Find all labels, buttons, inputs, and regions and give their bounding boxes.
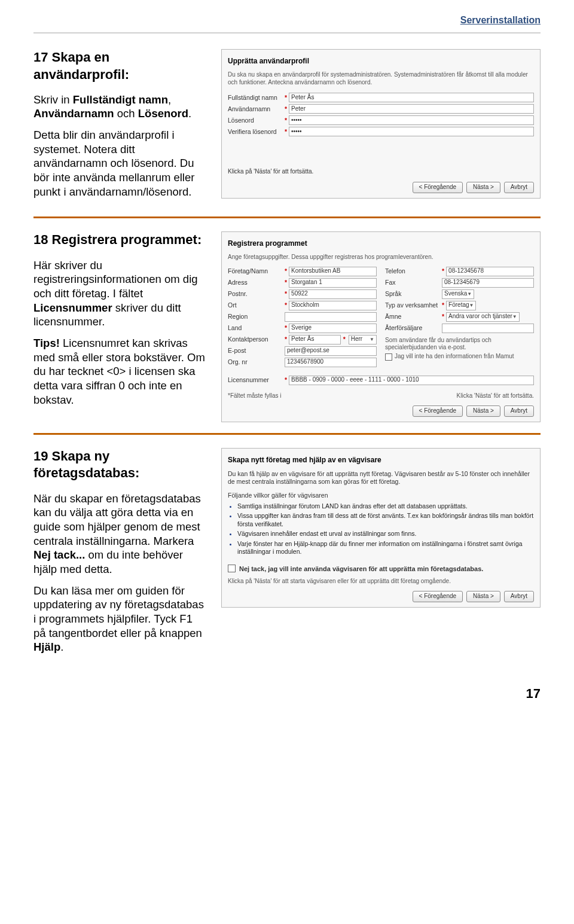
screenshot-17: Upprätta användarprofil Du ska nu skapa … (221, 49, 541, 199)
section-divider (33, 433, 541, 435)
orgnr-field[interactable]: 12345678900 (285, 358, 377, 367)
lbl: E-post (228, 347, 285, 355)
chevron-down-icon: ▼ (467, 291, 472, 297)
page-number: 17 (33, 685, 541, 702)
next-button[interactable]: Nästa > (466, 591, 500, 602)
no-thanks-checkbox[interactable] (228, 565, 236, 572)
prev-button[interactable]: < Föregående (413, 182, 463, 193)
t: Lösenord (138, 107, 188, 120)
required-star: * (285, 290, 287, 298)
breadcrumb[interactable]: Serverinstallation (33, 14, 541, 29)
shot18-intro: Ange företagsuppgifter. Dessa uppgifter … (228, 254, 534, 261)
t: När du skapar en företagsdatabas kan du … (33, 492, 201, 547)
lbl: Land (228, 324, 285, 332)
license-field[interactable]: BBBB - 0909 - 0000 - eeee - 1111 - 0000 … (289, 376, 534, 385)
cancel-button[interactable]: Avbryt (504, 591, 534, 602)
lbl: Org. nr (228, 358, 285, 366)
header-rule (33, 32, 541, 33)
required-star: * (285, 105, 287, 113)
section-17: 17 Skapa en användarprofil: Skriv in Ful… (33, 49, 541, 206)
ort-field[interactable]: Stockholm (289, 301, 377, 310)
lbl: Verifiera lösenord (228, 128, 285, 136)
wiz-intro: Du kan få hjälp av en vägvisare för att … (228, 470, 534, 486)
lbl: Telefon (385, 267, 442, 275)
fullname-field[interactable]: Peter Ås (289, 93, 534, 102)
lbl: Postnr. (228, 290, 285, 298)
t: Licensnummer (33, 301, 112, 314)
sec19-p2: Du kan läsa mer om guiden för uppdaterin… (33, 584, 207, 654)
lbl: Licensnummer (228, 376, 285, 384)
postnr-field[interactable]: 50922 (289, 289, 377, 299)
bullet: Varje fönster har en Hjälp-knapp där du … (237, 540, 534, 556)
lbl: Ort (228, 301, 285, 309)
phone-field[interactable]: 08-12345678 (446, 267, 534, 276)
screenshot-19: Skapa nytt företag med hjälp av en vägvi… (221, 448, 541, 608)
region-field[interactable] (285, 312, 377, 322)
biztype-select[interactable]: Företag▼ (446, 301, 476, 310)
right-note: Som användare får du användartips och sp… (385, 337, 534, 352)
sec17-p2: Detta blir din användarprofil i systemet… (33, 128, 207, 199)
company-field[interactable]: Kontorsbutiken AB (289, 267, 377, 276)
sec17-title: 17 Skapa en användarprofil: (33, 49, 207, 83)
t: Tips! (33, 337, 60, 349)
required-star: * (343, 336, 346, 343)
fax-field[interactable]: 08-12345679 (442, 278, 534, 288)
chevron-down-icon: ▼ (370, 337, 374, 343)
land-field[interactable]: Sverige (289, 324, 377, 333)
prev-button[interactable]: < Föregående (413, 405, 463, 417)
lbl: Användarnamn (228, 105, 285, 113)
required-star: * (442, 267, 444, 275)
bullet: Vägvisaren innehåller endast ett urval a… (237, 530, 534, 538)
address-field[interactable]: Storgatan 1 (289, 278, 377, 288)
section-divider (33, 216, 541, 218)
t: . (60, 641, 63, 653)
chevron-down-icon: ▼ (512, 314, 517, 320)
sec18-p1: Här skriver du registreringsinformatione… (33, 258, 207, 329)
required-star: * (285, 336, 287, 343)
t: . (188, 107, 191, 120)
language-select[interactable]: Svenska▼ (442, 289, 474, 299)
username-field[interactable]: Peter (289, 104, 534, 114)
t: Skriv in (33, 93, 73, 106)
optout-checkbox[interactable] (385, 353, 392, 361)
password-field[interactable]: ••••• (289, 115, 534, 125)
reseller-field[interactable] (442, 324, 534, 333)
t: Här skriver du registreringsinformatione… (33, 259, 198, 300)
lbl: Återförsäljare (385, 324, 442, 332)
sec18-title: 18 Registrera programmet: (33, 231, 207, 248)
t: Nej tack... (33, 548, 85, 561)
contact-field[interactable]: Peter Ås (289, 335, 341, 344)
no-thanks-label: Nej tack, jag vill inte använda vägvisar… (239, 565, 483, 573)
password-verify-field[interactable]: ••••• (289, 127, 534, 136)
t: Företag (448, 301, 469, 309)
cancel-button[interactable]: Avbryt (504, 405, 534, 417)
sec18-p2: Tips! Licensnumret kan skrivas med små e… (33, 336, 207, 407)
shot17-intro: Du ska nu skapa en användarprofil för sy… (228, 71, 534, 87)
lbl: Ämne (385, 313, 442, 321)
prev-button[interactable]: < Föregående (413, 591, 463, 602)
wiz-bullets: Samtliga inställningar förutom LAND kan … (237, 502, 534, 556)
bullet: Samtliga inställningar förutom LAND kan … (237, 502, 534, 510)
lbl: Region (228, 313, 285, 321)
section-19: 19 Skapa ny företagsdatabas: När du skap… (33, 448, 541, 661)
required-star: * (442, 301, 444, 309)
shot17-note: Klicka på 'Nästa' för att fortsätta. (228, 168, 534, 176)
sec19-title: 19 Skapa ny företagsdatabas: (33, 448, 207, 481)
required-star: * (285, 117, 287, 124)
t: Svenska (444, 290, 467, 298)
lbl: Fullständigt namn (228, 94, 285, 102)
next-button[interactable]: Nästa > (466, 405, 500, 417)
shot18-title: Registrera programmet (228, 239, 534, 248)
sec19-p1: När du skapar en företagsdatabas kan du … (33, 492, 207, 577)
email-field[interactable]: peter@epost.se (285, 346, 377, 356)
lbl: Lösenord (228, 117, 285, 124)
title-select[interactable]: Herr▼ (349, 335, 377, 344)
req-note: *Fältet måste fyllas i (228, 392, 281, 400)
subject-select[interactable]: Andra varor och tjänster▼ (446, 312, 520, 322)
wiz-sub: Följande villkor gäller för vägvisaren (228, 492, 534, 499)
lbl: Typ av verksamhet (385, 301, 442, 309)
shot19-title: Skapa nytt företag med hjälp av en vägvi… (228, 456, 534, 465)
next-button[interactable]: Nästa > (466, 182, 500, 193)
cancel-button[interactable]: Avbryt (504, 182, 534, 193)
bullet: Vissa uppgifter kan ändras fram till des… (237, 512, 534, 528)
